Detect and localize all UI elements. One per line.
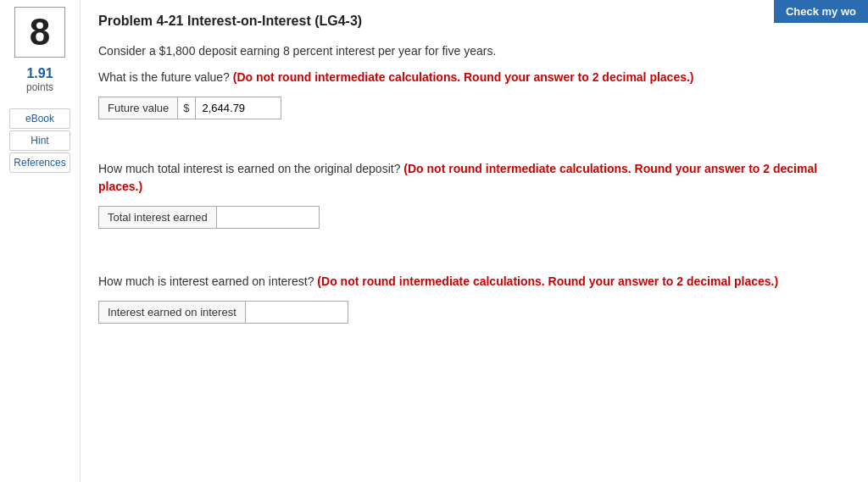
- sidebar-item-references[interactable]: References: [9, 152, 70, 173]
- question1-text: What is the future value? (Do not round …: [98, 69, 851, 86]
- question3-instruction: (Do not round intermediate calculations.…: [317, 274, 778, 288]
- sidebar: 8 1.91 points eBook Hint References: [0, 0, 81, 482]
- total-interest-row: Total interest earned: [98, 206, 320, 229]
- interest-on-interest-input[interactable]: [246, 302, 348, 323]
- question3-main-text: How much is interest earned on interest?: [98, 274, 314, 288]
- sidebar-nav: eBook Hint References: [0, 108, 80, 173]
- question2-main-text: How much total interest is earned on the…: [98, 162, 400, 175]
- question2-section: How much total interest is earned on the…: [98, 160, 851, 246]
- question3-text: How much is interest earned on interest?…: [98, 273, 851, 291]
- total-interest-label: Total interest earned: [99, 207, 217, 228]
- points-value: 1.91: [26, 66, 53, 81]
- question1-main-text: What is the future value?: [98, 70, 230, 84]
- problem-number: 8: [14, 7, 65, 58]
- total-interest-input[interactable]: [217, 207, 319, 228]
- future-value-input[interactable]: [196, 97, 281, 119]
- question1-instruction: (Do not round intermediate calculations.…: [233, 70, 694, 84]
- question3-section: How much is interest earned on interest?…: [98, 273, 851, 341]
- sidebar-item-hint[interactable]: Hint: [9, 130, 70, 151]
- sidebar-item-ebook[interactable]: eBook: [9, 108, 70, 129]
- problem-description: Consider a $1,800 deposit earning 8 perc…: [98, 42, 851, 60]
- interest-on-interest-row: Interest earned on interest: [98, 301, 348, 324]
- interest-on-interest-label: Interest earned on interest: [99, 302, 246, 323]
- dollar-sign: $: [178, 97, 195, 119]
- future-value-label: Future value: [99, 97, 178, 119]
- points-section: 1.91 points: [26, 66, 53, 93]
- points-label: points: [26, 81, 53, 93]
- future-value-row: Future value $: [98, 97, 281, 119]
- question2-text: How much total interest is earned on the…: [98, 160, 851, 196]
- main-content: Problem 4-21 Interest-on-Interest (LG4-3…: [81, 0, 868, 357]
- problem-title: Problem 4-21 Interest-on-Interest (LG4-3…: [98, 14, 851, 29]
